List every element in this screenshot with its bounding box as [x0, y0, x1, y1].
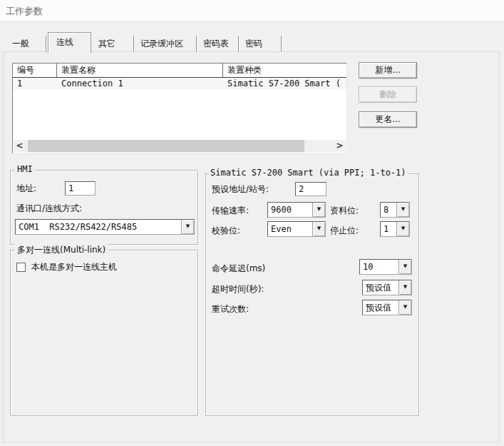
- tab-password[interactable]: 密码: [239, 36, 282, 51]
- timeout-label: 超时时间(秒):: [212, 283, 264, 295]
- baud-rate-value: 9600: [268, 203, 312, 217]
- multilink-master-label[interactable]: 本机是多对一连线主机: [31, 261, 117, 273]
- chevron-down-icon[interactable]: ▼: [398, 260, 411, 274]
- comm-port-value: COM1 RS232/RS422/RS485: [16, 220, 181, 234]
- scroll-right-icon[interactable]: >: [334, 140, 346, 152]
- connection-list: 编号 装置名称 装置种类 1 Connection 1 Simatic S7-2…: [12, 63, 347, 153]
- stop-bits-label: 停止位:: [330, 225, 359, 236]
- retry-count-value: 预设值: [363, 300, 398, 315]
- parity-select[interactable]: Even ▼: [267, 221, 326, 237]
- parity-value: Even: [268, 222, 312, 236]
- chevron-down-icon[interactable]: ▼: [312, 203, 325, 217]
- stop-bits-select[interactable]: 1 ▼: [380, 221, 410, 237]
- cell-device-type: Simatic S7-200 Smart (: [223, 78, 346, 90]
- retry-count-label: 重试次数:: [212, 303, 249, 315]
- retry-count-select[interactable]: 预设值 ▼: [362, 300, 412, 315]
- baud-rate-select[interactable]: 9600 ▼: [267, 202, 326, 218]
- column-header-device-type[interactable]: 装置种类: [223, 64, 346, 77]
- stop-bits-value: 1: [381, 222, 396, 236]
- chevron-down-icon[interactable]: ▼: [396, 203, 409, 217]
- page-title: 工作参数: [6, 5, 43, 18]
- chevron-down-icon[interactable]: ▼: [398, 300, 411, 315]
- scrollbar-thumb[interactable]: [28, 140, 304, 152]
- cell-number: 1: [13, 78, 57, 90]
- command-delay-value: 10: [360, 260, 398, 274]
- station-label: 预设地址/站号:: [212, 183, 269, 195]
- chevron-down-icon[interactable]: ▼: [181, 220, 194, 234]
- data-bits-label: 资料位:: [330, 205, 359, 216]
- multilink-group: 多对一连线(Multi-link) 本机是多对一连线主机: [10, 250, 198, 416]
- tab-other[interactable]: 其它: [92, 36, 134, 51]
- chevron-down-icon[interactable]: ▼: [398, 280, 411, 295]
- address-label: 地址:: [16, 183, 36, 194]
- comm-port-label: 通讯口/连线方式:: [16, 203, 82, 214]
- command-delay-select[interactable]: 10 ▼: [359, 259, 412, 275]
- plc-group-title: Simatic S7-200 Smart (via PPI; 1-to-1): [209, 168, 408, 178]
- multilink-master-checkbox[interactable]: [16, 263, 26, 272]
- column-header-device-name[interactable]: 装置名称: [57, 64, 223, 77]
- connection-list-header: 编号 装置名称 装置种类: [13, 64, 346, 78]
- tab-connection[interactable]: 连线: [48, 32, 91, 53]
- chevron-down-icon[interactable]: ▼: [312, 222, 325, 236]
- hmi-address-field[interactable]: 1: [65, 181, 96, 196]
- tab-general[interactable]: 一般: [6, 36, 46, 51]
- hmi-group: HMI 地址: 1 通讯口/连线方式: COM1 RS232/RS422/RS4…: [10, 170, 198, 245]
- chevron-down-icon[interactable]: ▼: [396, 222, 409, 236]
- delete-button[interactable]: 删除: [359, 86, 417, 103]
- column-header-number[interactable]: 编号: [13, 64, 57, 77]
- parity-label: 校验位:: [212, 225, 240, 236]
- timeout-value: 预设值: [363, 280, 398, 295]
- tab-record-buffer[interactable]: 记录缓冲区: [134, 36, 197, 51]
- data-bits-value: 8: [381, 203, 396, 217]
- rename-button[interactable]: 更名...: [359, 111, 417, 128]
- add-button[interactable]: 新增...: [359, 62, 417, 78]
- work-parameters-dialog: 工作参数 一般 连线 其它 记录缓冲区 密码表 密码 编号 装置名称 装置种类 …: [0, 0, 504, 446]
- plc-group: Simatic S7-200 Smart (via PPI; 1-to-1) 预…: [205, 173, 419, 416]
- multilink-group-title: 多对一连线(Multi-link): [15, 244, 108, 256]
- data-bits-select[interactable]: 8 ▼: [380, 202, 410, 218]
- hmi-group-title: HMI: [15, 164, 35, 174]
- command-delay-label: 命令延迟(ms): [212, 263, 265, 274]
- baud-rate-label: 传输速率:: [212, 205, 249, 216]
- station-field[interactable]: 2: [295, 182, 326, 196]
- dialog-title-bar: 工作参数: [0, 0, 504, 22]
- tab-password-table[interactable]: 密码表: [197, 36, 239, 51]
- cell-device-name: Connection 1: [57, 78, 223, 90]
- scroll-left-icon[interactable]: <: [14, 140, 26, 152]
- comm-port-select[interactable]: COM1 RS232/RS422/RS485 ▼: [15, 219, 195, 235]
- table-row[interactable]: 1 Connection 1 Simatic S7-200 Smart (: [13, 78, 346, 90]
- horizontal-scrollbar[interactable]: < >: [14, 140, 346, 152]
- timeout-select[interactable]: 预设值 ▼: [362, 280, 412, 295]
